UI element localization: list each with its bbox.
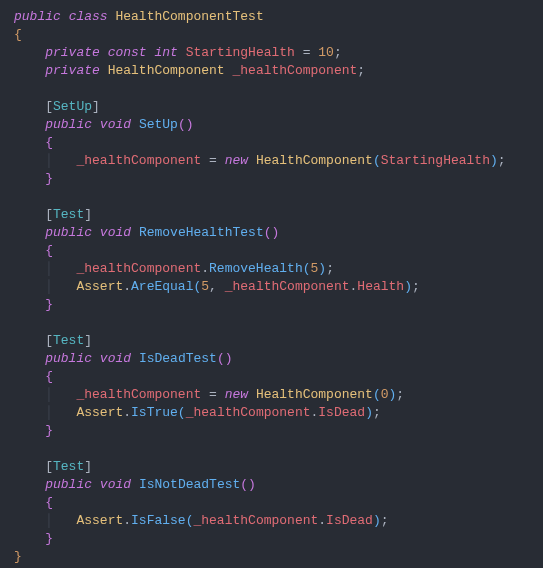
token-attr: Test: [53, 459, 84, 474]
token-guide: │: [14, 387, 76, 402]
code-line: {: [14, 369, 53, 384]
token-pun: =: [295, 45, 318, 60]
token-classn: HealthComponentTest: [115, 9, 263, 24]
token-kw: public: [45, 225, 92, 240]
token-pun: .: [123, 513, 131, 528]
token-kw: private: [45, 63, 100, 78]
token-fn: AreEqual: [131, 279, 193, 294]
token-pun: [14, 225, 45, 240]
token-pun: [248, 387, 256, 402]
token-type: HealthComponent: [256, 387, 373, 402]
token-brace3: (: [178, 405, 186, 420]
token-pun: [131, 351, 139, 366]
token-kw: void: [100, 477, 131, 492]
token-guide: │: [14, 279, 76, 294]
code-line: {: [14, 135, 53, 150]
token-brace2: (: [240, 477, 248, 492]
code-line: [Test]: [14, 207, 92, 222]
token-pun: [100, 63, 108, 78]
token-brace2: }: [45, 531, 53, 546]
token-kw: public: [45, 477, 92, 492]
token-pun: [: [14, 459, 53, 474]
token-kw: const: [108, 45, 147, 60]
token-attr: Test: [53, 207, 84, 222]
token-type: HealthComponent: [108, 63, 225, 78]
code-line: public void IsDeadTest(): [14, 351, 233, 366]
code-line: [14, 81, 22, 96]
token-brace: }: [14, 549, 22, 564]
code-line: {: [14, 27, 22, 42]
token-pun: ]: [84, 333, 92, 348]
token-brace2: {: [45, 135, 53, 150]
token-pun: [14, 441, 22, 456]
token-guide: │: [14, 153, 76, 168]
token-semi: ;: [412, 279, 420, 294]
token-type: Assert: [76, 279, 123, 294]
token-name: Health: [357, 279, 404, 294]
token-type: HealthComponent: [256, 153, 373, 168]
token-pun: [131, 225, 139, 240]
token-pun: [14, 351, 45, 366]
token-pun: ]: [84, 207, 92, 222]
token-name: _healthComponent: [76, 153, 201, 168]
code-line: │ Assert.AreEqual(5, _healthComponent.He…: [14, 279, 420, 294]
token-pun: [248, 153, 256, 168]
code-line: }: [14, 297, 53, 312]
token-brace2: {: [45, 243, 53, 258]
token-name: IsDead: [326, 513, 373, 528]
token-semi: ;: [357, 63, 365, 78]
token-pun: [14, 297, 45, 312]
token-brace3: (: [373, 153, 381, 168]
token-pun: [22, 549, 38, 564]
token-pun: .: [318, 513, 326, 528]
token-brace2: }: [45, 423, 53, 438]
token-pun: .: [123, 279, 131, 294]
code-line: }: [14, 531, 53, 546]
token-pun: [14, 63, 45, 78]
token-pun: [14, 81, 22, 96]
token-pun: [14, 135, 45, 150]
token-pun: [: [14, 333, 53, 348]
token-kw: void: [100, 351, 131, 366]
token-brace2: (: [217, 351, 225, 366]
token-semi: ;: [381, 513, 389, 528]
token-brace2: }: [45, 171, 53, 186]
token-pun: .: [201, 261, 209, 276]
code-line: private HealthComponent _healthComponent…: [14, 63, 365, 78]
token-pun: [: [14, 207, 53, 222]
token-pun: [14, 189, 22, 204]
token-kw: new: [225, 153, 248, 168]
token-brace2: (: [264, 225, 272, 240]
token-pun: [14, 477, 45, 492]
token-kw: void: [100, 117, 131, 132]
token-pun: [100, 45, 108, 60]
token-fn: IsDeadTest: [139, 351, 217, 366]
token-pun: [14, 171, 45, 186]
code-line: public class HealthComponentTest: [14, 9, 264, 24]
token-pun: [61, 9, 69, 24]
token-fn: SetUp: [139, 117, 178, 132]
token-fn: RemoveHealth: [209, 261, 303, 276]
token-pun: [: [14, 99, 53, 114]
token-kw: class: [69, 9, 108, 24]
token-fn: RemoveHealthTest: [139, 225, 264, 240]
code-line: │ Assert.IsFalse(_healthComponent.IsDead…: [14, 513, 389, 528]
code-line: │ _healthComponent = new HealthComponent…: [14, 153, 506, 168]
token-name: _healthComponent: [76, 261, 201, 276]
token-num: 10: [318, 45, 334, 60]
token-name: _healthComponent: [186, 405, 311, 420]
token-pun: .: [123, 405, 131, 420]
token-pun: ]: [92, 99, 100, 114]
token-pun: [178, 45, 186, 60]
token-pun: [14, 315, 22, 330]
code-line: {: [14, 495, 53, 510]
token-semi: ;: [373, 405, 381, 420]
token-brace2: ): [225, 351, 233, 366]
code-block: public class HealthComponentTest { priva…: [14, 8, 529, 566]
token-pun: [14, 423, 45, 438]
token-pun: [14, 117, 45, 132]
token-brace2: ): [186, 117, 194, 132]
token-brace3: (: [303, 261, 311, 276]
token-semi: ;: [326, 261, 334, 276]
token-kw: new: [225, 387, 248, 402]
